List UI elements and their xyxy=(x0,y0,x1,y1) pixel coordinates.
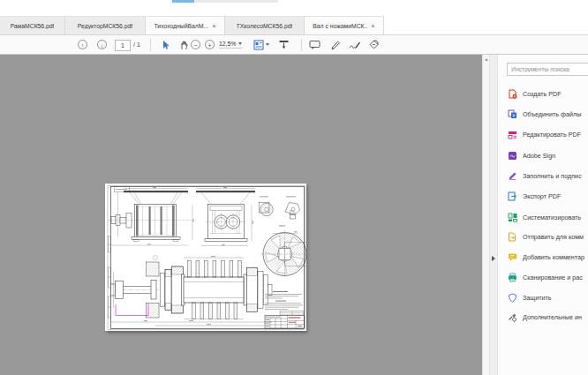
create-pdf-icon xyxy=(508,89,517,99)
tool-item-label: Сканирование и рас xyxy=(523,274,583,281)
title-accent-bar xyxy=(172,0,194,3)
tab-label: ТихоходныйВалМ... xyxy=(154,23,208,29)
select-tool-icon[interactable] xyxy=(161,40,171,50)
export-pdf-icon xyxy=(508,191,517,201)
organize-pages-icon xyxy=(508,213,517,222)
tool-item-more-tools[interactable]: Дополнительные ин xyxy=(508,311,582,323)
stamp-tool-icon[interactable] xyxy=(368,39,380,50)
tab-val-s-nozhami[interactable]: Вал с ножамиМСК.. × xyxy=(305,16,384,34)
acrobat-window: { "titlebar": { "accent_color": "#79b6e8… xyxy=(0,0,588,375)
tab-label: Вал с ножамиМСК.. xyxy=(313,23,367,29)
tool-item-label: Дополнительные ин xyxy=(523,313,582,321)
tool-item-edit-pdf[interactable]: Редактировать PDF xyxy=(508,128,581,140)
tool-item-create-pdf[interactable]: Создать PDF xyxy=(508,87,562,100)
tool-item-send-comments[interactable]: Отправить для комм xyxy=(508,230,584,243)
zoom-out-button[interactable]: − xyxy=(191,40,200,49)
tool-item-add-comment[interactable]: Добавить комментар xyxy=(508,251,584,263)
vertical-scrollbar[interactable] xyxy=(482,55,489,375)
tool-item-label: Редактировать PDF xyxy=(523,131,581,139)
toolbar-divider xyxy=(301,39,302,51)
chevron-down-icon xyxy=(238,42,242,45)
minus-icon: − xyxy=(193,42,197,49)
tool-item-label: Создать PDF xyxy=(523,90,562,98)
main-toolbar: ↑ ↓ 1 / 1 − + 12,5% xyxy=(0,35,588,55)
tab-tihohodny-val[interactable]: ТихоходныйВалМ... × xyxy=(146,16,225,34)
arrow-down-icon: ↓ xyxy=(101,42,104,49)
comment-tool-icon[interactable] xyxy=(309,40,320,50)
next-page-button[interactable]: ↓ xyxy=(97,40,107,49)
tools-search-input[interactable] xyxy=(507,63,588,76)
sign-tool-icon[interactable] xyxy=(349,40,361,50)
panel-collapse-arrow-icon[interactable] xyxy=(492,256,495,261)
tab-rama[interactable]: РамаМСК56.pdf xyxy=(0,16,65,34)
page-display-icon[interactable] xyxy=(253,40,264,50)
zoom-in-button[interactable]: + xyxy=(205,40,215,49)
tool-item-adobe-sign[interactable]: Adobe Sign xyxy=(508,149,555,161)
page-count-label: / 1 xyxy=(133,41,140,48)
title-strip xyxy=(0,0,588,9)
tool-item-organize-pages[interactable]: Систематизировать xyxy=(508,211,581,223)
pdf-page[interactable] xyxy=(105,184,306,331)
tool-item-label: Защитить xyxy=(523,294,552,302)
tab-close-icon[interactable]: × xyxy=(212,22,215,30)
panel-collapse-strip[interactable] xyxy=(489,55,497,375)
more-tools-icon xyxy=(508,312,517,322)
combine-files-icon xyxy=(508,109,517,119)
fill-sign-icon xyxy=(508,171,517,181)
tool-item-label: Заполнить и подпис xyxy=(523,172,582,180)
tool-item-label: Добавить комментар xyxy=(523,253,584,261)
tool-item-label: Объединить файлы xyxy=(523,110,581,118)
tab-reduktor[interactable]: РедукторМСК56.pdf xyxy=(65,16,146,34)
tab-label: РедукторМСК56.pdf xyxy=(78,23,132,29)
tool-item-protect[interactable]: Защитить xyxy=(508,291,552,304)
scan-ocr-icon xyxy=(508,273,517,282)
toolbar-divider xyxy=(150,39,151,51)
engineering-drawing xyxy=(105,184,306,331)
fit-width-icon[interactable] xyxy=(278,39,290,50)
zoom-level-value: 12,5% xyxy=(219,41,236,47)
tool-item-label: Отправить для комм xyxy=(523,233,584,241)
tool-item-scan-ocr[interactable]: Сканирование и рас xyxy=(508,271,583,283)
add-comment-icon xyxy=(508,252,517,262)
pencil-tool-icon[interactable] xyxy=(329,40,341,50)
document-canvas[interactable] xyxy=(0,55,482,375)
protect-icon xyxy=(508,293,517,303)
tab-thkoleso[interactable]: ТХколесоМСК56.pdf xyxy=(225,16,305,34)
send-comments-icon xyxy=(508,232,517,242)
previous-page-button[interactable]: ↑ xyxy=(78,40,87,49)
tool-item-label: Систематизировать xyxy=(523,214,581,221)
zoom-level-dropdown[interactable]: 12,5% xyxy=(219,41,242,49)
tools-panel: Создать PDF Объединить файлы Редактирова… xyxy=(497,55,588,375)
tool-item-export-pdf[interactable]: Экспорт PDF xyxy=(508,190,561,202)
scroll-up-icon[interactable] xyxy=(485,58,488,61)
tool-item-label: Adobe Sign xyxy=(523,152,555,160)
tab-label: РамаМСК56.pdf xyxy=(11,23,55,29)
arrow-up-icon: ↑ xyxy=(81,42,85,49)
hand-tool-icon[interactable] xyxy=(179,40,190,50)
tool-item-combine-files[interactable]: Объединить файлы xyxy=(508,108,581,120)
chevron-down-icon[interactable] xyxy=(266,43,269,46)
title-gray-bar xyxy=(194,0,278,3)
document-tab-bar: РамаМСК56.pdf РедукторМСК56.pdf Тихоходн… xyxy=(0,9,588,35)
adobe-sign-icon xyxy=(508,151,517,161)
tab-close-icon[interactable]: × xyxy=(371,22,374,30)
edit-pdf-icon xyxy=(508,130,517,139)
tool-item-label: Экспорт PDF xyxy=(523,192,561,200)
plus-icon: + xyxy=(207,42,211,49)
page-number-input[interactable]: 1 xyxy=(115,40,131,51)
tool-item-fill-sign[interactable]: Заполнить и подпис xyxy=(508,169,582,182)
tab-label: ТХколесоМСК56.pdf xyxy=(237,23,293,29)
